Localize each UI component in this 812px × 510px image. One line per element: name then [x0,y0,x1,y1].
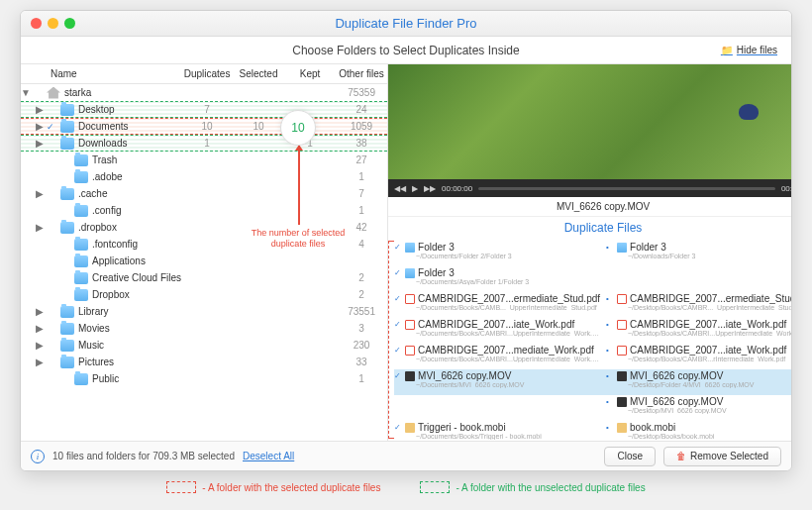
tree-row[interactable]: ▶Movies3 [21,320,387,337]
dup-path: ~/Desktop/Books/CAMBRI...UpperIntermedia… [606,330,792,337]
tree-row[interactable]: ▶Music230 [21,337,387,354]
titlebar: Duplicate File Finder Pro [21,11,791,37]
dup-row[interactable]: ✓Folder 3~/Documents/Folder 2/Folder 3•F… [394,241,792,266]
tree-row[interactable]: Trash27 [21,152,387,168]
remove-selected-button[interactable]: 🗑Remove Selected [663,447,781,466]
dup-checkbox[interactable]: ✓ [394,423,402,432]
dup-checkbox[interactable]: • [606,294,614,303]
row-dup: 7 [181,104,233,115]
row-name: .cache [78,188,181,199]
dup-row[interactable]: ✓Triggeri - book.mobi~/Documents/Books/T… [394,421,792,441]
app-window: Duplicate File Finder Pro Choose Folders… [20,10,792,471]
dup-col[interactable]: •CAMBRIDGE_2007...iate_Work.pdf~/Desktop… [606,345,792,362]
tree-row[interactable]: ▶Downloads1138 [21,135,387,152]
dup-checkbox[interactable]: ✓ [394,371,402,380]
row-name: Trash [92,154,181,165]
tree-row[interactable]: Public1 [21,370,387,387]
tree-row[interactable]: ▶Documents101001059 [21,118,387,135]
disclosure-triangle[interactable]: ▶ [35,104,45,115]
disclosure-triangle[interactable]: ▼ [21,87,31,98]
dup-col[interactable]: •CAMBRIDGE_2007...ermediate_Stud.pdf~/De… [606,293,792,311]
mov-icon [617,397,627,407]
folder-icon [74,255,88,267]
player-bar: ◀◀ ▶ ▶▶ 00:00:00 00:00:00 [388,179,792,197]
dup-col[interactable]: ✓CAMBRIDGE_2007...mediate_Work.pdf~/Docu… [394,345,600,362]
col-kept[interactable]: Kept [284,68,336,79]
hide-files-link[interactable]: 📁 Hide files [721,45,777,55]
disclosure-triangle[interactable]: ▶ [35,323,45,334]
trash-icon: 🗑 [676,451,686,461]
col-name[interactable]: Name [21,68,181,79]
tree-row[interactable]: ▶Pictures33 [21,354,387,370]
tree-row[interactable]: Dropbox2 [21,286,387,303]
dup-row[interactable]: ✓MVI_6626 copy.MOV~/Documents/MVI_6626 c… [394,369,792,395]
dup-col[interactable]: •MVI_6626 copy.MOV~/Desktop/MVI_6626 cop… [606,396,792,414]
book-icon [405,423,415,433]
deselect-all-link[interactable]: Deselect All [243,451,294,461]
dup-row[interactable]: ✓CAMBRIDGE_2007...iate_Work.pdf~/Documen… [394,318,792,344]
folder-icon [74,373,88,385]
col-duplicates[interactable]: Duplicates [181,68,233,79]
info-icon: i [31,450,45,463]
dup-checkbox[interactable]: • [606,423,614,432]
dup-checkbox[interactable]: ✓ [394,243,402,252]
tree-row[interactable]: Creative Cloud Files2 [21,269,387,286]
dup-checkbox[interactable]: • [606,320,614,329]
tree-row[interactable]: Applications [21,253,387,269]
progress-bar[interactable] [478,187,775,190]
dup-col[interactable]: ✓Folder 3~/Documents/Asya/Folder 1/Folde… [394,267,600,285]
disclosure-triangle[interactable]: ▶ [35,222,45,233]
dup-checkbox[interactable]: • [606,371,614,380]
tree-row[interactable]: .config1 [21,202,387,219]
dup-filename: MVI_6626 copy.MOV [630,396,723,407]
dup-filename: CAMBRIDGE_2007...mediate_Work.pdf [418,345,594,356]
tree-row[interactable]: ▶Library73551 [21,303,387,320]
disclosure-triangle[interactable]: ▶ [35,357,45,367]
close-button[interactable]: Close [604,447,656,466]
duplicate-list[interactable]: ✓Folder 3~/Documents/Folder 2/Folder 3•F… [388,239,792,441]
folder-icon [74,272,88,284]
dup-row[interactable]: ✓CAMBRIDGE_2007...ermediate_Stud.pdf~/Do… [394,292,792,318]
tree-row[interactable]: ▼starka75359 [21,84,387,101]
dup-row[interactable]: ✓CAMBRIDGE_2007...mediate_Work.pdf~/Docu… [394,344,792,369]
col-selected[interactable]: Selected [233,68,284,79]
home-icon [47,87,60,99]
tree-row[interactable]: ▶Desktop724 [21,101,387,118]
dup-col[interactable]: ✓CAMBRIDGE_2007...iate_Work.pdf~/Documen… [394,319,600,337]
dup-checkbox[interactable]: ✓ [394,346,402,355]
dup-row[interactable]: •MVI_6626 copy.MOV~/Desktop/MVI_6626 cop… [394,395,792,421]
dup-checkbox[interactable]: ✓ [394,294,402,303]
dup-path: ~/Desktop/Books/book.mobi [606,433,792,440]
next-button[interactable]: ▶▶ [424,184,436,193]
dup-col[interactable]: •Folder 3~/Downloads/Folder 3 [606,242,792,259]
legend-selected: - A folder with the selected duplicate f… [166,481,380,493]
tree-row[interactable]: .adobe1 [21,168,387,185]
row-checkbox[interactable] [45,122,56,132]
disclosure-triangle[interactable]: ▶ [35,138,45,149]
dup-col[interactable]: ✓Triggeri - book.mobi~/Documents/Books/T… [394,422,600,440]
dup-col[interactable]: •CAMBRIDGE_2007...iate_Work.pdf~/Desktop… [606,319,792,337]
row-name: Creative Cloud Files [92,272,181,283]
disclosure-triangle[interactable]: ▶ [35,121,45,132]
dup-checkbox[interactable]: • [606,397,614,406]
dup-checkbox[interactable]: ✓ [394,268,402,277]
legend: - A folder with the selected duplicate f… [166,481,645,493]
dup-checkbox[interactable]: ✓ [394,320,402,329]
disclosure-triangle[interactable]: ▶ [35,340,45,351]
dup-col[interactable]: ✓Folder 3~/Documents/Folder 2/Folder 3 [394,242,600,259]
dup-col[interactable]: •book.mobi~/Desktop/Books/book.mobi [606,422,792,440]
dup-col[interactable]: ✓MVI_6626 copy.MOV~/Documents/MVI_6626 c… [394,370,600,388]
prev-button[interactable]: ◀◀ [394,184,406,193]
dup-checkbox[interactable]: • [606,243,614,252]
dup-row[interactable]: ✓Folder 3~/Documents/Asya/Folder 1/Folde… [394,266,792,292]
disclosure-triangle[interactable]: ▶ [35,306,45,317]
tree-body[interactable]: ▼starka75359▶Desktop724▶Documents1010010… [21,84,387,441]
dup-col[interactable]: ✓CAMBRIDGE_2007...ermediate_Stud.pdf~/Do… [394,293,600,311]
tree-row[interactable]: ▶.cache7 [21,185,387,202]
row-sel: 10 [233,121,284,132]
disclosure-triangle[interactable]: ▶ [35,188,45,199]
dup-col[interactable]: •MVI_6626 copy.MOV~/Desktop/Folder 4/MVI… [606,370,792,388]
dup-checkbox[interactable]: • [606,346,614,355]
play-button[interactable]: ▶ [412,184,418,193]
col-other[interactable]: Other files [336,68,387,79]
